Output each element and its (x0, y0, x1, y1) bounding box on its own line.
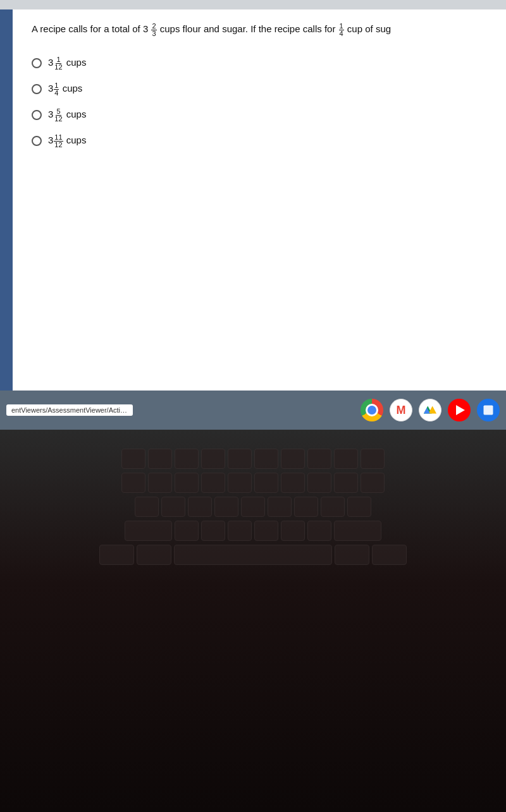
key (175, 473, 199, 493)
key-space (174, 545, 332, 565)
youtube-play-triangle (456, 405, 465, 415)
key (121, 449, 145, 469)
key (347, 497, 371, 517)
key-ctrl-r (372, 545, 407, 565)
key (201, 449, 225, 469)
sugar-fraction: 1 4 (338, 23, 345, 37)
choice-b[interactable]: 314 cups (32, 82, 487, 97)
main-fraction: 2 3 (151, 23, 157, 37)
svg-rect-4 (484, 406, 493, 415)
taskbar-url[interactable]: entViewers/AssessmentViewer/Activit... (6, 404, 133, 416)
key-alt (137, 545, 171, 565)
key (307, 521, 331, 541)
key (228, 473, 252, 493)
answer-choices: 3112 cups 314 cups 3512 cups 31112 cups (32, 56, 487, 148)
question-text: A recipe calls for a total of 3 2 3 cups… (32, 22, 487, 37)
key (201, 473, 225, 493)
screen: A recipe calls for a total of 3 2 3 cups… (0, 0, 506, 430)
key (281, 449, 305, 469)
key-alt-r (335, 545, 369, 565)
key (228, 521, 252, 541)
key (281, 521, 305, 541)
key (148, 449, 172, 469)
key (201, 521, 225, 541)
radio-d[interactable] (32, 136, 42, 146)
gmail-icon[interactable]: M (390, 399, 412, 421)
question-text-part2: cups flour and sugar. If the recipe call… (160, 23, 336, 34)
blue-app-svg (482, 404, 495, 416)
sugar-fraction-display: 1 4 (339, 23, 344, 37)
key (361, 473, 385, 493)
key (307, 473, 331, 493)
key-row-3 (135, 497, 371, 517)
key (307, 449, 331, 469)
key-shift-r (334, 521, 381, 541)
key (254, 449, 278, 469)
drive-svg (423, 403, 437, 417)
key (334, 449, 358, 469)
choice-a-fraction: 112 (54, 56, 63, 71)
key (188, 497, 212, 517)
key-row-5 (99, 545, 407, 565)
key (361, 449, 385, 469)
gmail-letter: M (397, 404, 406, 417)
chrome-icon[interactable] (361, 399, 383, 421)
key (254, 521, 278, 541)
key (214, 497, 238, 517)
choice-d-fraction: 1112 (54, 134, 63, 148)
key (121, 473, 145, 493)
key-ctrl (99, 545, 134, 565)
choice-a-label: 3112 cups (48, 56, 86, 71)
taskbar: entViewers/AssessmentViewer/Activit... M (0, 391, 506, 430)
content-panel: A recipe calls for a total of 3 2 3 cups… (13, 9, 506, 392)
radio-a[interactable] (32, 58, 42, 68)
key (228, 449, 252, 469)
keyboard-visual (0, 430, 506, 812)
choice-b-fraction: 14 (54, 82, 59, 97)
choice-d[interactable]: 31112 cups (32, 134, 487, 148)
key-row-1 (121, 449, 385, 469)
key (321, 497, 345, 517)
keyboard-area (0, 430, 506, 812)
key (175, 449, 199, 469)
question-text-part1: A recipe calls for a total of 3 (32, 23, 148, 34)
key (294, 497, 318, 517)
key (268, 497, 292, 517)
blue-app-icon[interactable] (477, 399, 500, 421)
choice-d-label: 31112 cups (48, 134, 86, 148)
key (241, 497, 265, 517)
key (281, 473, 305, 493)
choice-b-label: 314 cups (48, 82, 82, 97)
key (161, 497, 185, 517)
choice-c-label: 3512 cups (48, 108, 86, 123)
key (135, 497, 159, 517)
key (334, 473, 358, 493)
radio-b[interactable] (32, 84, 42, 94)
key (148, 473, 172, 493)
choice-a[interactable]: 3112 cups (32, 56, 487, 71)
key-shift (125, 521, 172, 541)
key-row-2 (121, 473, 385, 493)
question-text-part3: cup of sug (347, 23, 391, 34)
choice-c[interactable]: 3512 cups (32, 108, 487, 123)
drive-icon[interactable] (419, 399, 441, 421)
youtube-icon[interactable] (448, 399, 471, 421)
key (175, 521, 199, 541)
choice-c-fraction: 512 (54, 108, 63, 123)
main-fraction-display: 2 3 (151, 23, 156, 37)
taskbar-dock: M (361, 399, 500, 421)
key (254, 473, 278, 493)
left-accent-bar (0, 9, 13, 392)
key-row-4 (125, 521, 381, 541)
radio-c[interactable] (32, 110, 42, 120)
